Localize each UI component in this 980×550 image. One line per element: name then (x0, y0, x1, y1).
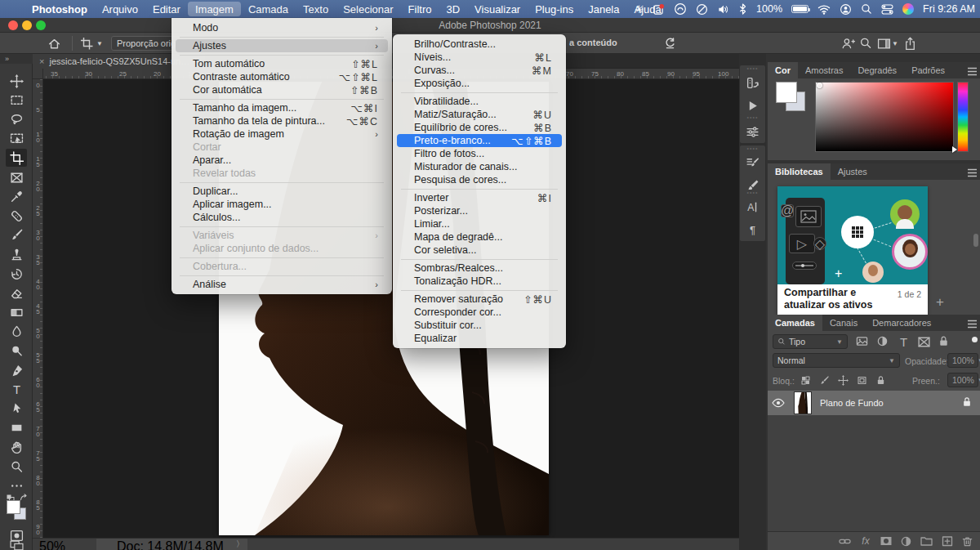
tab-bibliotecas[interactable]: Bibliotecas (768, 163, 831, 180)
zoom-tool-icon[interactable] (6, 458, 27, 476)
dodge-tool-icon[interactable] (6, 342, 27, 360)
checker-lock-icon[interactable] (800, 374, 811, 389)
menu-item-c-lculos-[interactable]: Cálculos... (176, 211, 388, 224)
hand-tool-icon[interactable] (6, 438, 27, 456)
layer-row-background[interactable]: Plano de Fundo (768, 391, 980, 415)
menubar-item-janela[interactable]: Janela (581, 2, 626, 16)
submenu-item-filtro-de-fotos-[interactable]: Filtro de fotos... (397, 147, 562, 160)
menubar-item-visualizar[interactable]: Visualizar (467, 2, 528, 16)
wifi-icon[interactable] (817, 4, 831, 15)
crop-tool-options-icon[interactable] (80, 37, 93, 53)
foreground-color-swatch[interactable] (776, 82, 797, 103)
trash-icon[interactable] (961, 535, 973, 548)
folder-icon[interactable] (920, 534, 933, 548)
submenu-item-vibratilidade-[interactable]: Vibratilidade... (397, 95, 562, 108)
search-icon[interactable] (859, 37, 872, 53)
submenu-item-misturador-de-canais-[interactable]: Misturador de canais... (397, 160, 562, 173)
chevron-down-icon[interactable]: ▼ (892, 40, 898, 47)
path-selection-tool-icon[interactable] (6, 400, 27, 418)
submenu-item-tonaliza-o-hdr-[interactable]: Tonalização HDR... (397, 275, 562, 288)
volume-icon[interactable] (717, 3, 729, 16)
fill-field[interactable]: 100% ▼ (947, 373, 978, 387)
blur-tool-icon[interactable] (6, 323, 27, 341)
move-tool-icon[interactable] (6, 72, 27, 90)
tab-padr-es[interactable]: Padrões (904, 62, 952, 78)
menu-item-cor-autom-tica[interactable]: Cor automática⇧⌘B (176, 83, 388, 96)
status-chevron-icon[interactable]: 〉 (236, 539, 244, 550)
account-icon[interactable] (840, 3, 852, 16)
menubar-item-texto[interactable]: Texto (296, 2, 336, 16)
move-lock-icon[interactable] (838, 374, 849, 389)
menubar-item-filtro[interactable]: Filtro (401, 2, 439, 16)
creative-cloud-icon[interactable] (674, 2, 687, 16)
spotlight-search-icon[interactable] (861, 3, 872, 15)
submenu-item-equalizar[interactable]: Equalizar (397, 332, 562, 345)
menu-item-tom-autom-tico[interactable]: Tom automático⇧⌘L (176, 57, 388, 70)
menubar-item-camada[interactable]: Camada (241, 2, 296, 16)
menubar-clock[interactable]: Fri 9:26 AM (923, 3, 975, 15)
submenu-item-limiar-[interactable]: Limiar... (397, 217, 562, 230)
fx-icon[interactable]: fx (859, 534, 872, 548)
color-field-marker[interactable] (817, 83, 822, 88)
tab-ajustes[interactable]: Ajustes (831, 163, 875, 180)
eraser-tool-icon[interactable] (6, 284, 27, 302)
brush-tool-icon[interactable] (6, 226, 27, 244)
submenu-item-matiz-satura-o-[interactable]: Matiz/Saturação...⌘U (397, 108, 562, 121)
menu-item-rota-o-de-imagem[interactable]: Rotação de imagem› (176, 127, 388, 141)
submenu-item-mapa-de-degrad-[interactable]: Mapa de degradê... (397, 230, 562, 244)
brush-settings-panel-icon[interactable] (740, 151, 765, 174)
panel-grip[interactable]: •••• (740, 145, 765, 151)
image-filter-icon[interactable] (856, 335, 868, 351)
panel-menu-icon[interactable] (967, 65, 977, 79)
panel-grip[interactable]: •••• (740, 65, 765, 71)
zoom-level[interactable]: 50% (39, 539, 65, 550)
libraries-onboarding-card[interactable]: @ ▷ ◇ + Compartilhar e atualizar os ativ… (777, 186, 928, 315)
chevron-down-icon[interactable]: ▼ (96, 40, 103, 47)
actions-play-panel-icon[interactable] (740, 94, 765, 117)
tab-camadas[interactable]: Camadas (768, 315, 822, 331)
crop-tool-icon[interactable] (6, 149, 27, 167)
menubar-item-photoshop[interactable]: Photoshop (24, 2, 95, 16)
history-brush-tool-icon[interactable] (6, 265, 27, 283)
mask-icon[interactable] (880, 534, 893, 548)
menu-item-ajustes[interactable]: Ajustes› (176, 39, 388, 52)
submenu-item-substituir-cor-[interactable]: Substituir cor... (397, 319, 562, 332)
swap-colors-icon[interactable] (20, 490, 29, 505)
menubar-item-editar[interactable]: Editar (145, 2, 188, 16)
menu-item-aplicar-imagem-[interactable]: Aplicar imagem... (176, 198, 388, 211)
siri-icon[interactable] (902, 3, 914, 15)
panel-menu-icon[interactable] (967, 166, 977, 181)
submenu-item-preto-e-branco-[interactable]: Preto-e-branco...⌥⇧⌘B (397, 134, 562, 147)
layer-filter-dropdown[interactable]: Tipo ▼ (773, 334, 848, 349)
scrollbar-thumb[interactable] (973, 234, 978, 247)
new-layer-icon[interactable] (941, 534, 954, 548)
reset-crop-icon[interactable] (663, 36, 677, 53)
submenu-item-remover-satura-o[interactable]: Remover saturação⇧⌘U (397, 293, 562, 306)
menubar-item-plug-ins[interactable]: Plug-ins (528, 2, 581, 16)
blend-mode-dropdown[interactable]: Normal ▼ (773, 353, 900, 368)
link-icon[interactable] (838, 535, 852, 548)
panel-grip[interactable]: •••• (740, 114, 765, 120)
do-not-disturb-icon[interactable] (696, 3, 708, 16)
submenu-item-exposi-o-[interactable]: Exposição... (397, 77, 562, 90)
document-size-info[interactable]: Doc: 14.8M/14.8M (117, 539, 224, 550)
gradient-tool-icon[interactable] (6, 303, 27, 321)
home-icon[interactable] (47, 37, 61, 54)
panel-menu-icon[interactable] (967, 317, 977, 332)
menu-item-aparar-[interactable]: Aparar... (176, 154, 388, 167)
submenu-item-posterizar-[interactable]: Posterizar... (397, 204, 562, 217)
tab-canais[interactable]: Canais (822, 315, 865, 331)
frame-lock-icon[interactable] (857, 374, 867, 389)
hue-slider-marker[interactable] (952, 146, 957, 153)
eyedropper-tool-icon[interactable] (6, 188, 27, 206)
content-aware-label[interactable]: a conteúdo (569, 38, 617, 47)
submenu-item-brilho-contraste-[interactable]: Brilho/Contraste... (397, 38, 562, 51)
clone-stamp-tool-icon[interactable] (6, 245, 27, 263)
menu-item-contraste-autom-tico[interactable]: Contraste automático⌥⇧⌘L (176, 70, 388, 83)
screen-mode-icon[interactable] (6, 541, 27, 550)
history-panel-icon[interactable] (740, 71, 765, 94)
control-center-icon[interactable] (881, 4, 893, 15)
app-badge-icon[interactable] (653, 3, 665, 16)
submenu-item-n-veis-[interactable]: Níveis...⌘L (397, 51, 562, 64)
submenu-item-corresponder-cor-[interactable]: Corresponder cor... (397, 306, 562, 319)
